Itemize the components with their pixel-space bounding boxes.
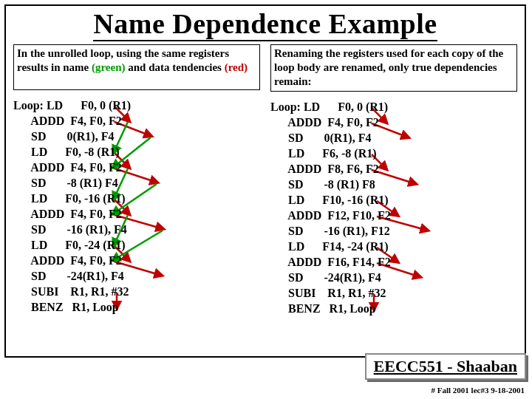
op: ADDD (287, 163, 321, 175)
op: LD (304, 100, 320, 113)
args: F8, F6, F2 (327, 163, 378, 175)
op: SD (31, 130, 46, 143)
args: -8 (R1) F4 (66, 177, 117, 189)
args: F4, F0, F2 (70, 161, 121, 174)
op: LD (47, 99, 63, 112)
args: R1, R1, #32 (70, 285, 129, 298)
op: ADDD (287, 116, 321, 129)
args: -16 (R1), F12 (324, 225, 389, 237)
args: F10, -16 (R1) (322, 194, 388, 206)
args: F14, -24 (R1) (322, 240, 388, 253)
args: -16 (R1), F4 (66, 223, 126, 236)
op: ADDD (30, 208, 64, 220)
op: ADDD (30, 115, 64, 127)
args: -24(R1), F4 (324, 271, 381, 284)
op: LD (31, 146, 47, 158)
tiny-footer: # Fall 2001 lec#3 9-18-2001 (432, 386, 525, 395)
args: F6, -8 (R1) (322, 147, 376, 160)
left-intro-red: (red) (225, 61, 248, 73)
args: R1, R1, #32 (327, 287, 386, 299)
footer-box: EECC551 - Shaaban (365, 353, 526, 380)
args: F16, F14, F2 (327, 256, 390, 268)
left-intro: In the unrolled loop, using the same reg… (13, 44, 260, 90)
args: F4, F0, F2 (70, 115, 121, 127)
op: BENZ (31, 301, 64, 313)
columns: In the unrolled loop, using the same reg… (6, 44, 525, 316)
right-code-area: Loop: LD F0, 0 (R1) ADDD F4, F0, F2 SD 0… (270, 99, 517, 316)
loop-label: Loop: (270, 100, 304, 113)
args: F0, -8 (R1) (65, 146, 119, 158)
args: F12, F10, F2 (327, 209, 390, 222)
args: F0, -24 (R1) (65, 239, 125, 251)
op: LD (31, 192, 47, 205)
slide-frame: Name Dependence Example In the unrolled … (4, 4, 526, 358)
op: LD (288, 194, 304, 206)
op: SD (31, 223, 46, 236)
args: F4, F0, F2 (327, 116, 378, 129)
right-intro: Renaming the registers used for each cop… (270, 44, 517, 92)
right-code: Loop: LD F0, 0 (R1) ADDD F4, F0, F2 SD 0… (270, 99, 517, 316)
op: SD (288, 132, 303, 144)
left-intro-mid: and data tendencies (126, 61, 225, 73)
op: SUBI (288, 287, 316, 299)
op: LD (288, 147, 304, 160)
args: -24(R1), F4 (66, 270, 123, 282)
args: R1, Loop (330, 302, 376, 315)
args: F0, 0 (R1) (81, 99, 131, 112)
op: SD (31, 177, 46, 189)
args: 0(R1), F4 (324, 132, 371, 144)
args: 0(R1), F4 (66, 130, 114, 143)
op: ADDD (287, 256, 321, 268)
op: ADDD (30, 254, 64, 267)
left-intro-green: (green) (92, 61, 126, 73)
right-column: Renaming the registers used for each cop… (270, 44, 517, 316)
footer-text: EECC551 - Shaaban (374, 357, 517, 375)
args: F0, 0 (R1) (338, 100, 388, 113)
op: SD (288, 271, 303, 284)
op: LD (31, 239, 47, 251)
args: -8 (R1) F8 (324, 178, 375, 191)
op: BENZ (288, 302, 321, 315)
args: F4, F0, F2 (70, 208, 121, 220)
op: SD (288, 178, 303, 191)
op: LD (288, 240, 304, 253)
op: ADDD (287, 209, 321, 222)
left-code: Loop: LD F0, 0 (R1) ADDD F4, F0, F2 SD 0… (13, 98, 260, 315)
op: SD (288, 225, 303, 237)
op: SUBI (31, 285, 58, 298)
op: ADDD (30, 161, 64, 174)
args: F4, F0, F2 (70, 254, 121, 267)
loop-label: Loop: (13, 99, 47, 112)
left-code-area: Loop: LD F0, 0 (R1) ADDD F4, F0, F2 SD 0… (13, 98, 260, 315)
op: SD (31, 270, 46, 282)
slide-title: Name Dependence Example (6, 7, 525, 40)
args: R1, Loop (72, 301, 119, 313)
args: F0, -16 (R1) (65, 192, 125, 205)
left-column: In the unrolled loop, using the same reg… (13, 44, 260, 316)
